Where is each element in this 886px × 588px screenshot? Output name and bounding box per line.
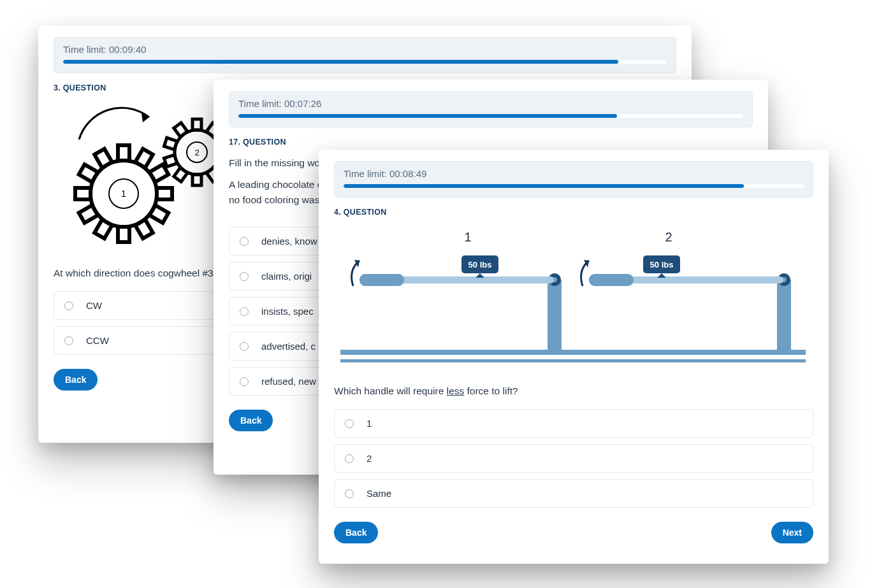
radio-icon [345,489,354,498]
back-button[interactable]: Back [334,522,378,543]
question-header: 17. QUESTION [229,138,753,147]
timer-bar: Time limit: 00:08:49 [334,161,813,197]
progress-track [238,114,743,118]
svg-rect-4 [135,149,153,168]
timer-label: Time limit: 00:07:26 [238,98,743,109]
svg-rect-26 [174,123,187,137]
option-label: CCW [86,335,109,346]
option-label: refused, new [261,376,316,387]
svg-rect-10 [94,220,112,239]
option-label: Same [367,488,391,499]
option-label: advertised, c [261,341,316,352]
svg-rect-28 [340,350,806,355]
question-header: 4. QUESTION [334,208,813,217]
svg-rect-25 [164,138,177,150]
back-button[interactable]: Back [54,369,98,391]
svg-rect-22 [192,175,201,185]
svg-rect-24 [164,155,177,167]
weight-2-label: 50 lbs [650,260,674,269]
option-1[interactable]: 1 [334,409,813,438]
svg-rect-41 [589,274,634,286]
svg-rect-12 [75,188,91,199]
option-label: CW [86,300,102,311]
svg-rect-11 [79,205,98,223]
svg-rect-8 [135,220,153,239]
svg-rect-34 [359,274,404,286]
option-label: denies, know [261,236,317,247]
radio-icon [64,336,73,345]
svg-rect-30 [548,280,562,350]
radio-icon [345,419,354,428]
gear-2-label: 2 [194,148,199,157]
gear-1-label: 1 [121,188,126,199]
radio-icon [240,307,249,316]
progress-fill [63,60,618,64]
option-label: claims, origi [261,271,312,282]
svg-rect-14 [94,149,112,168]
option-same[interactable]: Same [334,479,813,508]
svg-rect-37 [777,280,791,350]
radio-icon [240,272,249,281]
lever-2-number: 2 [665,230,672,244]
question-suffix: force to lift? [464,385,518,396]
question-underlined: less [447,385,465,396]
lever-diagram: 1 2 50 lbs [334,226,813,375]
progress-track [63,60,667,64]
question-text: Which handle will require less force to … [334,384,813,399]
svg-rect-17 [192,119,201,130]
svg-rect-7 [150,205,169,223]
svg-rect-9 [118,227,129,242]
option-label: 1 [367,418,372,429]
option-2[interactable]: 2 [334,444,813,473]
progress-track [344,184,804,188]
radio-icon [64,301,73,310]
svg-rect-3 [118,145,129,161]
timer-label: Time limit: 00:09:40 [63,44,667,55]
option-label: insists, spec [261,306,314,317]
quiz-card-q4: Time limit: 00:08:49 4. QUESTION 1 2 [319,150,829,564]
timer-label: Time limit: 00:08:49 [344,168,804,179]
question-prefix: Which handle will require [334,385,447,396]
back-button[interactable]: Back [229,410,273,431]
timer-bar: Time limit: 00:07:26 [229,91,753,127]
option-label: 2 [367,453,372,464]
timer-bar: Time limit: 00:09:40 [54,37,676,73]
radio-icon [240,342,249,351]
svg-rect-6 [157,188,172,199]
next-button[interactable]: Next [771,522,813,543]
svg-rect-13 [79,164,98,182]
weight-1-label: 50 lbs [468,260,492,269]
progress-fill [238,114,617,118]
nav-row: Back Next [334,522,813,543]
radio-icon [345,454,354,463]
radio-icon [240,237,249,246]
svg-rect-23 [174,168,187,182]
radio-icon [240,377,249,386]
svg-rect-29 [340,359,806,362]
options-list: 1 2 Same [334,409,813,508]
lever-1-number: 1 [464,230,471,244]
progress-fill [344,184,744,188]
